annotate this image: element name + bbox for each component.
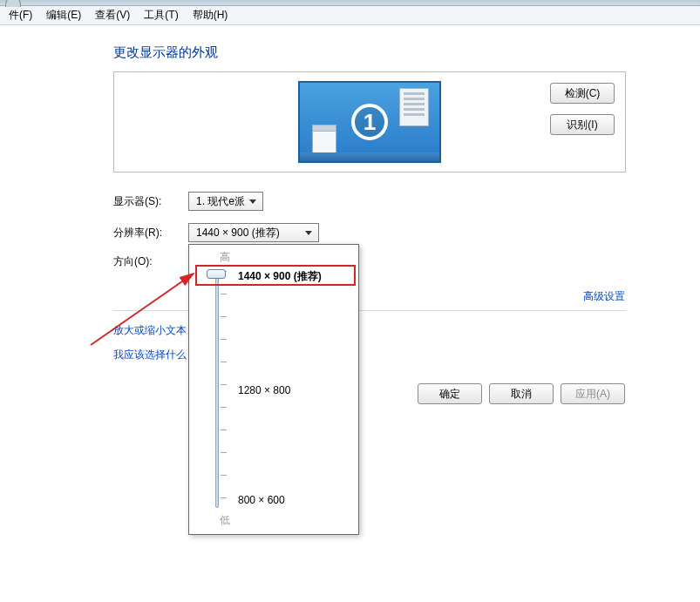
monitor-number-badge: 1 xyxy=(351,104,388,140)
resolution-option-low[interactable]: 800 × 600 xyxy=(238,494,285,506)
menu-help[interactable]: 帮助(H) xyxy=(186,6,235,24)
preview-window-icon xyxy=(399,88,429,126)
preview-mini-window-icon xyxy=(312,125,336,154)
slider-track[interactable] xyxy=(215,271,219,508)
menubar: 件(F) 编辑(E) 查看(V) 工具(T) 帮助(H) xyxy=(0,6,700,25)
menu-view[interactable]: 查看(V) xyxy=(88,6,137,24)
slider-tick xyxy=(221,452,227,453)
orientation-label: 方向(O): xyxy=(113,254,188,269)
slider-thumb[interactable] xyxy=(207,269,226,279)
menu-file[interactable]: 件(F) xyxy=(2,6,39,24)
resolution-option-current[interactable]: 1440 × 900 (推荐) xyxy=(238,269,322,284)
display-select-value: 1. 现代e派 xyxy=(196,194,245,209)
menu-tools[interactable]: 工具(T) xyxy=(137,6,185,24)
detect-button[interactable]: 检测(C) xyxy=(550,83,615,104)
chevron-down-icon xyxy=(302,227,315,239)
zoom-text-link[interactable]: 放大或缩小文本 xyxy=(113,318,187,342)
resolution-label: 分辨率(R): xyxy=(113,226,188,240)
identify-button[interactable]: 识别(I) xyxy=(550,114,615,135)
resolution-select-value: 1440 × 900 (推荐) xyxy=(196,226,280,240)
slider-low-label: 低 xyxy=(212,513,238,528)
slider-tick xyxy=(221,430,227,430)
back-button-hint xyxy=(5,0,21,7)
slider-tick xyxy=(221,384,227,385)
page-title: 更改显示器的外观 xyxy=(113,44,674,61)
resolution-select[interactable]: 1440 × 900 (推荐) xyxy=(188,223,319,242)
display-label: 显示器(S): xyxy=(113,194,188,209)
display-preview-frame: 1 检测(C) 识别(I) xyxy=(113,71,626,172)
resolution-slider-panel: 高 1440 × 900 (推荐) 1280 × 800 800 × 600 低 xyxy=(188,244,359,535)
menu-edit[interactable]: 编辑(E) xyxy=(39,6,88,24)
advanced-settings-link[interactable]: 高级设置 xyxy=(583,289,625,304)
slider-high-label: 高 xyxy=(212,250,238,265)
display-select[interactable]: 1. 现代e派 xyxy=(188,192,263,211)
slider-tick xyxy=(221,316,227,317)
window-titlebar-strip xyxy=(0,0,700,6)
slider-tick xyxy=(221,475,227,476)
dialog-button-row: 确定 取消 应用(A) xyxy=(418,383,625,404)
slider-tick xyxy=(221,294,227,294)
preview-taskbar xyxy=(300,152,439,161)
resolution-option-mid[interactable]: 1280 × 800 xyxy=(238,384,290,396)
cancel-button[interactable]: 取消 xyxy=(489,383,554,404)
slider-tick xyxy=(221,362,227,362)
ok-button[interactable]: 确定 xyxy=(418,383,482,404)
help-choose-link[interactable]: 我应该选择什么 xyxy=(113,342,187,367)
display-preview-monitor[interactable]: 1 xyxy=(298,81,441,163)
slider-tick xyxy=(221,339,227,340)
apply-button[interactable]: 应用(A) xyxy=(561,383,625,404)
slider-tick xyxy=(221,407,227,408)
chevron-down-icon xyxy=(247,195,259,207)
slider-tick xyxy=(221,497,227,498)
